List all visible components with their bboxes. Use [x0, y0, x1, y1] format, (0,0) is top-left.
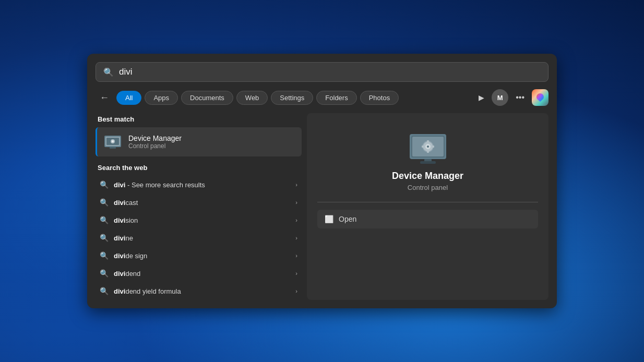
- search-icon-1: 🔍: [100, 198, 109, 207]
- open-label: Open: [339, 215, 356, 223]
- arrow-icon-0: ›: [295, 182, 297, 188]
- web-item-text-3: divine: [114, 234, 295, 242]
- filter-row: ← All Apps Documents Web Settings Folder…: [96, 89, 548, 106]
- main-content: Best match Device Manager Control panel: [96, 113, 548, 300]
- detail-panel: Device Manager Control panel ⬜ Open: [307, 113, 548, 300]
- svg-rect-17: [420, 161, 436, 164]
- search-icon-0: 🔍: [100, 180, 109, 189]
- tab-folders[interactable]: Folders: [316, 91, 356, 105]
- tab-documents[interactable]: Documents: [181, 91, 233, 105]
- detail-divider: [317, 202, 538, 202]
- detail-title: Device Manager: [392, 171, 463, 182]
- search-icon-5: 🔍: [100, 269, 109, 277]
- tab-web[interactable]: Web: [236, 91, 268, 105]
- svg-rect-14: [422, 146, 424, 148]
- web-item-4[interactable]: 🔍 divide sign ›: [96, 247, 302, 264]
- best-match-title: Device Manager: [128, 134, 182, 142]
- arrow-icon-1: ›: [295, 199, 297, 206]
- web-item-text-4: divide sign: [114, 252, 295, 260]
- device-manager-large-icon: [407, 129, 449, 171]
- web-item-3[interactable]: 🔍 divine ›: [96, 229, 302, 247]
- best-match-subtitle: Control panel: [128, 142, 182, 150]
- avatar[interactable]: M: [492, 89, 508, 106]
- tab-all[interactable]: All: [116, 91, 141, 105]
- search-icon-2: 🔍: [100, 216, 109, 224]
- arrow-icon-4: ›: [295, 252, 297, 259]
- svg-point-11: [427, 146, 429, 148]
- left-panel: Best match Device Manager Control panel: [96, 113, 302, 300]
- web-item-1[interactable]: 🔍 divicast ›: [96, 194, 302, 211]
- svg-point-4: [112, 140, 114, 142]
- detail-subtitle: Control panel: [408, 184, 448, 191]
- search-icon-6: 🔍: [100, 287, 109, 295]
- back-button[interactable]: ←: [96, 90, 113, 105]
- web-item-text-1: divicast: [114, 199, 295, 207]
- play-button[interactable]: ▶: [475, 91, 487, 104]
- web-item-6[interactable]: 🔍 dividend yield formula ›: [96, 282, 302, 300]
- search-panel: 🔍 ← All Apps Documents Web Settings Fold…: [87, 54, 557, 308]
- web-item-0[interactable]: 🔍 divi - See more search results ›: [96, 176, 302, 194]
- web-item-2[interactable]: 🔍 division ›: [96, 211, 302, 229]
- web-item-text-5: dividend: [114, 270, 295, 277]
- svg-rect-12: [427, 140, 429, 142]
- arrow-icon-2: ›: [295, 217, 297, 223]
- svg-rect-5: [110, 147, 116, 149]
- best-match-item[interactable]: Device Manager Control panel: [96, 127, 302, 156]
- search-bar: 🔍: [96, 62, 548, 82]
- web-item-text-2: division: [114, 216, 295, 224]
- svg-rect-13: [427, 151, 429, 153]
- web-item-text-0: divi - See more search results: [114, 181, 295, 189]
- tab-photos[interactable]: Photos: [360, 91, 399, 105]
- best-match-info: Device Manager Control panel: [128, 134, 182, 150]
- best-match-label: Best match: [96, 113, 302, 127]
- tab-settings[interactable]: Settings: [271, 91, 313, 105]
- open-icon: ⬜: [325, 215, 333, 223]
- tab-apps[interactable]: Apps: [145, 91, 178, 105]
- search-icon: 🔍: [103, 67, 114, 77]
- search-input[interactable]: [119, 67, 541, 77]
- arrow-icon-3: ›: [295, 235, 297, 241]
- device-manager-small-icon: [103, 132, 122, 151]
- arrow-icon-6: ›: [295, 288, 297, 294]
- copilot-icon[interactable]: [532, 89, 548, 106]
- search-icon-3: 🔍: [100, 234, 109, 242]
- arrow-icon-5: ›: [295, 270, 297, 276]
- svg-rect-15: [432, 146, 434, 148]
- open-button[interactable]: ⬜ Open: [317, 210, 538, 228]
- web-search-label: Search the web: [96, 164, 302, 176]
- web-item-5[interactable]: 🔍 dividend ›: [96, 264, 302, 282]
- more-button[interactable]: •••: [512, 91, 528, 104]
- web-item-text-6: dividend yield formula: [114, 287, 295, 295]
- filter-right-controls: ▶ M •••: [475, 89, 548, 106]
- search-icon-4: 🔍: [100, 251, 109, 260]
